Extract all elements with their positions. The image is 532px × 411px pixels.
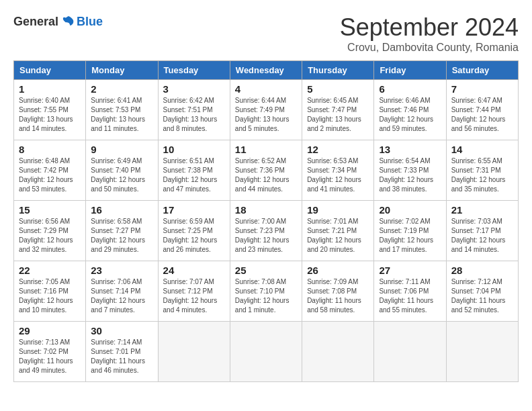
calendar-cell: 16Sunrise: 6:58 AMSunset: 7:27 PMDayligh… — [86, 201, 158, 261]
day-info: Sunrise: 6:45 AMSunset: 7:47 PMDaylight:… — [307, 96, 369, 134]
column-header-friday: Friday — [374, 61, 446, 80]
calendar-cell: 12Sunrise: 6:53 AMSunset: 7:34 PMDayligh… — [302, 140, 374, 201]
calendar-cell: 18Sunrise: 7:00 AMSunset: 7:23 PMDayligh… — [230, 201, 302, 261]
day-info: Sunrise: 6:42 AMSunset: 7:51 PMDaylight:… — [163, 96, 225, 134]
calendar-cell: 7Sunrise: 6:47 AMSunset: 7:44 PMDaylight… — [446, 80, 518, 140]
calendar-cell: 24Sunrise: 7:07 AMSunset: 7:12 PMDayligh… — [158, 261, 230, 322]
page-header: General Blue September 2024 Crovu, Dambo… — [13, 13, 519, 54]
day-info: Sunrise: 7:13 AMSunset: 7:02 PMDaylight:… — [19, 338, 81, 375]
day-number: 23 — [91, 265, 152, 276]
calendar-cell: 29Sunrise: 7:13 AMSunset: 7:02 PMDayligh… — [14, 322, 86, 382]
day-number: 28 — [451, 265, 513, 276]
day-number: 27 — [379, 265, 441, 276]
day-number: 25 — [235, 265, 297, 276]
calendar-cell: 21Sunrise: 7:03 AMSunset: 7:17 PMDayligh… — [446, 201, 518, 261]
calendar-week-row: 22Sunrise: 7:05 AMSunset: 7:16 PMDayligh… — [14, 261, 519, 322]
day-number: 3 — [163, 83, 225, 95]
day-number: 10 — [163, 144, 225, 155]
calendar-week-row: 15Sunrise: 6:56 AMSunset: 7:29 PMDayligh… — [14, 201, 519, 261]
day-info: Sunrise: 6:58 AMSunset: 7:27 PMDaylight:… — [91, 217, 152, 255]
calendar-cell: 8Sunrise: 6:48 AMSunset: 7:42 PMDaylight… — [14, 140, 86, 201]
day-info: Sunrise: 6:55 AMSunset: 7:31 PMDaylight:… — [451, 156, 513, 194]
day-number: 16 — [91, 204, 152, 216]
day-info: Sunrise: 7:06 AMSunset: 7:14 PMDaylight:… — [91, 277, 152, 315]
calendar-cell: 3Sunrise: 6:42 AMSunset: 7:51 PMDaylight… — [158, 80, 230, 140]
day-info: Sunrise: 7:09 AMSunset: 7:08 PMDaylight:… — [307, 277, 369, 315]
calendar-cell — [302, 322, 374, 382]
day-info: Sunrise: 7:12 AMSunset: 7:04 PMDaylight:… — [451, 277, 513, 315]
day-info: Sunrise: 6:40 AMSunset: 7:55 PMDaylight:… — [19, 96, 81, 134]
day-info: Sunrise: 7:00 AMSunset: 7:23 PMDaylight:… — [235, 217, 297, 255]
calendar-cell: 10Sunrise: 6:51 AMSunset: 7:38 PMDayligh… — [158, 140, 230, 201]
day-number: 8 — [19, 144, 81, 155]
calendar-cell — [446, 322, 518, 382]
day-info: Sunrise: 7:11 AMSunset: 7:06 PMDaylight:… — [379, 277, 441, 315]
calendar-cell: 13Sunrise: 6:54 AMSunset: 7:33 PMDayligh… — [374, 140, 446, 201]
calendar-cell: 9Sunrise: 6:49 AMSunset: 7:40 PMDaylight… — [86, 140, 158, 201]
calendar-cell: 4Sunrise: 6:44 AMSunset: 7:49 PMDaylight… — [230, 80, 302, 140]
title-section: September 2024 Crovu, Dambovita County, … — [340, 13, 519, 54]
day-info: Sunrise: 7:02 AMSunset: 7:19 PMDaylight:… — [379, 217, 441, 255]
calendar-cell: 15Sunrise: 6:56 AMSunset: 7:29 PMDayligh… — [14, 201, 86, 261]
day-number: 29 — [19, 325, 81, 336]
calendar-cell: 11Sunrise: 6:52 AMSunset: 7:36 PMDayligh… — [230, 140, 302, 201]
column-header-tuesday: Tuesday — [158, 61, 230, 80]
day-info: Sunrise: 6:56 AMSunset: 7:29 PMDaylight:… — [19, 217, 81, 255]
day-info: Sunrise: 6:48 AMSunset: 7:42 PMDaylight:… — [19, 156, 81, 194]
calendar-cell — [374, 322, 446, 382]
day-info: Sunrise: 6:46 AMSunset: 7:46 PMDaylight:… — [379, 96, 441, 134]
calendar-cell: 20Sunrise: 7:02 AMSunset: 7:19 PMDayligh… — [374, 201, 446, 261]
month-title: September 2024 — [340, 13, 519, 42]
calendar-cell: 19Sunrise: 7:01 AMSunset: 7:21 PMDayligh… — [302, 201, 374, 261]
location-subtitle: Crovu, Dambovita County, Romania — [340, 42, 519, 54]
day-number: 7 — [451, 83, 513, 95]
day-info: Sunrise: 6:54 AMSunset: 7:33 PMDaylight:… — [379, 156, 441, 194]
day-info: Sunrise: 7:03 AMSunset: 7:17 PMDaylight:… — [451, 217, 513, 255]
calendar-table: SundayMondayTuesdayWednesdayThursdayFrid… — [13, 60, 519, 382]
day-number: 19 — [307, 204, 369, 216]
day-number: 22 — [19, 265, 81, 276]
calendar-week-row: 8Sunrise: 6:48 AMSunset: 7:42 PMDaylight… — [14, 140, 519, 201]
column-header-thursday: Thursday — [302, 61, 374, 80]
day-info: Sunrise: 6:47 AMSunset: 7:44 PMDaylight:… — [451, 96, 513, 134]
day-number: 13 — [379, 144, 441, 155]
calendar-cell: 6Sunrise: 6:46 AMSunset: 7:46 PMDaylight… — [374, 80, 446, 140]
calendar-week-row: 1Sunrise: 6:40 AMSunset: 7:55 PMDaylight… — [14, 80, 519, 140]
day-number: 20 — [379, 204, 441, 216]
day-number: 21 — [451, 204, 513, 216]
calendar-cell: 14Sunrise: 6:55 AMSunset: 7:31 PMDayligh… — [446, 140, 518, 201]
calendar-cell: 27Sunrise: 7:11 AMSunset: 7:06 PMDayligh… — [374, 261, 446, 322]
day-info: Sunrise: 6:59 AMSunset: 7:25 PMDaylight:… — [163, 217, 225, 255]
calendar-cell: 30Sunrise: 7:14 AMSunset: 7:01 PMDayligh… — [86, 322, 158, 382]
calendar-cell: 22Sunrise: 7:05 AMSunset: 7:16 PMDayligh… — [14, 261, 86, 322]
logo-blue-text: Blue — [77, 15, 103, 29]
column-header-sunday: Sunday — [14, 61, 86, 80]
calendar-cell: 17Sunrise: 6:59 AMSunset: 7:25 PMDayligh… — [158, 201, 230, 261]
day-number: 11 — [235, 144, 297, 155]
day-number: 12 — [307, 144, 369, 155]
calendar-header-row: SundayMondayTuesdayWednesdayThursdayFrid… — [14, 61, 519, 80]
day-info: Sunrise: 7:05 AMSunset: 7:16 PMDaylight:… — [19, 277, 81, 315]
calendar-week-row: 29Sunrise: 7:13 AMSunset: 7:02 PMDayligh… — [14, 322, 519, 382]
day-number: 18 — [235, 204, 297, 216]
day-number: 1 — [19, 83, 81, 95]
logo: General Blue — [13, 13, 103, 30]
day-info: Sunrise: 7:01 AMSunset: 7:21 PMDaylight:… — [307, 217, 369, 255]
calendar-cell — [230, 322, 302, 382]
day-info: Sunrise: 6:49 AMSunset: 7:40 PMDaylight:… — [91, 156, 152, 194]
column-header-monday: Monday — [86, 61, 158, 80]
day-info: Sunrise: 7:08 AMSunset: 7:10 PMDaylight:… — [235, 277, 297, 315]
day-info: Sunrise: 6:53 AMSunset: 7:34 PMDaylight:… — [307, 156, 369, 194]
day-number: 6 — [379, 83, 441, 95]
calendar-cell: 1Sunrise: 6:40 AMSunset: 7:55 PMDaylight… — [14, 80, 86, 140]
column-header-wednesday: Wednesday — [230, 61, 302, 80]
day-number: 14 — [451, 144, 513, 155]
day-number: 2 — [91, 83, 152, 95]
day-number: 5 — [307, 83, 369, 95]
day-info: Sunrise: 6:51 AMSunset: 7:38 PMDaylight:… — [163, 156, 225, 194]
calendar-cell: 23Sunrise: 7:06 AMSunset: 7:14 PMDayligh… — [86, 261, 158, 322]
day-number: 17 — [163, 204, 225, 216]
calendar-cell: 25Sunrise: 7:08 AMSunset: 7:10 PMDayligh… — [230, 261, 302, 322]
day-number: 15 — [19, 204, 81, 216]
day-info: Sunrise: 6:41 AMSunset: 7:53 PMDaylight:… — [91, 96, 152, 134]
